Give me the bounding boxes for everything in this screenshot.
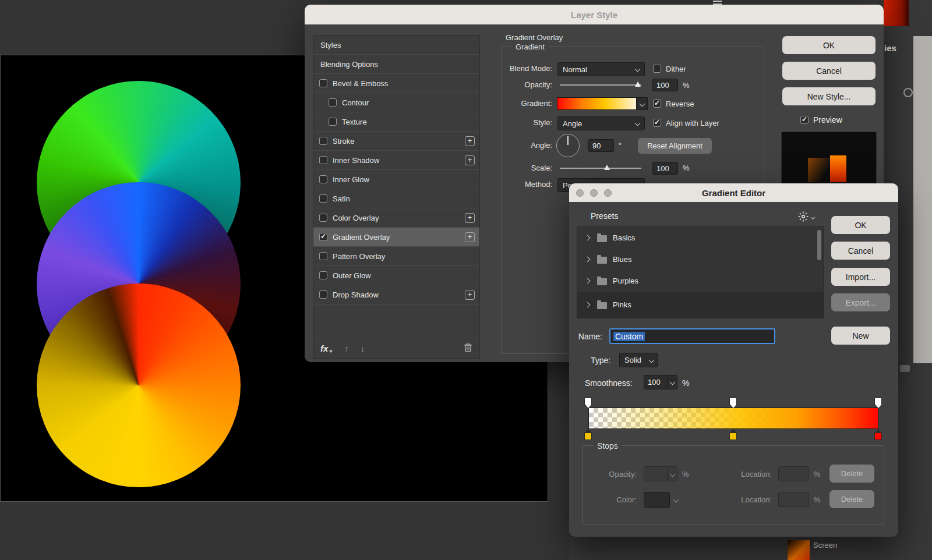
stop-color-swatch[interactable] (644, 492, 670, 508)
new-gradient-button[interactable]: New (831, 327, 890, 345)
layer-thumbnail[interactable] (788, 540, 810, 560)
opacity-input[interactable]: 100 (652, 79, 678, 91)
gradient-edit-strip[interactable] (588, 407, 878, 429)
stop-opacity-combo[interactable] (644, 466, 677, 481)
gradient-picker-chevron[interactable] (637, 97, 648, 110)
scale-slider-thumb[interactable] (604, 165, 610, 170)
opacity-stop-left[interactable] (584, 398, 592, 405)
bevel-checkbox[interactable] (319, 79, 327, 87)
list-item-bevel-emboss[interactable]: Bevel & Emboss (313, 74, 479, 93)
preset-folder-blues[interactable]: Blues (577, 249, 823, 270)
color-overlay-checkbox[interactable] (319, 214, 327, 222)
color-stop-right[interactable] (874, 433, 882, 440)
reverse-checkbox[interactable] (653, 100, 661, 108)
disclosure-chevron-icon[interactable] (585, 257, 591, 263)
presets-menu-chevron-icon[interactable] (811, 215, 815, 219)
contour-checkbox[interactable] (329, 98, 337, 107)
new-style-button[interactable]: New Style... (782, 87, 875, 105)
add-drop-shadow-button[interactable] (465, 290, 475, 300)
style-dropdown[interactable]: Angle (557, 116, 645, 130)
preset-folder-pinks[interactable]: Pinks (577, 292, 823, 318)
dither-checkbox[interactable] (653, 65, 661, 73)
drop-shadow-checkbox[interactable] (319, 290, 327, 299)
list-item-outer-glow[interactable]: Outer Glow (313, 266, 479, 285)
add-color-overlay-button[interactable] (465, 213, 475, 223)
satin-checkbox[interactable] (319, 194, 327, 203)
gradient-editor-titlebar[interactable]: Gradient Editor (569, 183, 898, 202)
libraries-tab-partial[interactable]: ies (884, 43, 896, 53)
list-item-pattern-overlay[interactable]: Pattern Overlay (313, 247, 479, 266)
export-button[interactable]: Export... (831, 293, 890, 311)
inner-glow-checkbox[interactable] (319, 175, 327, 183)
stop-color-location-input[interactable] (778, 492, 809, 507)
list-item-texture[interactable]: Texture (313, 112, 479, 132)
close-window-icon[interactable] (576, 189, 584, 197)
gradient-name-input[interactable]: Custom (609, 328, 775, 344)
layer-style-titlebar[interactable]: Layer Style (305, 5, 884, 24)
presets-label: Presets (591, 211, 618, 221)
stop-opacity-location-input[interactable] (778, 466, 809, 481)
presets-scrollbar[interactable] (817, 230, 821, 260)
disclosure-chevron-icon[interactable] (585, 235, 591, 241)
list-item-gradient-overlay[interactable]: Gradient Overlay (313, 228, 479, 247)
preset-folder-basics[interactable]: Basics (577, 227, 823, 249)
smoothness-label: Smoothness: (585, 378, 633, 388)
presets-gear-icon[interactable] (798, 211, 809, 224)
delete-color-stop-button[interactable]: Delete (829, 490, 874, 508)
zoom-window-icon[interactable] (604, 189, 612, 197)
stroke-checkbox[interactable] (319, 137, 327, 145)
texture-checkbox[interactable] (329, 118, 337, 126)
ok-button[interactable]: OK (782, 36, 875, 54)
minimize-window-icon[interactable] (590, 189, 598, 197)
opacity-slider-thumb[interactable] (635, 81, 641, 87)
list-item-inner-shadow[interactable]: Inner Shadow (313, 151, 479, 170)
pattern-overlay-checkbox[interactable] (319, 252, 327, 260)
reset-alignment-button[interactable]: Reset Alignment (638, 138, 712, 154)
color-stop-middle[interactable] (729, 433, 737, 440)
gradient-overlay-checkbox[interactable] (319, 233, 327, 241)
list-item-inner-glow[interactable]: Inner Glow (313, 170, 479, 189)
list-item-stroke[interactable]: Stroke (313, 132, 479, 151)
disclosure-chevron-icon[interactable] (585, 278, 591, 284)
inner-shadow-checkbox[interactable] (319, 156, 327, 164)
color-stop-left[interactable] (584, 433, 592, 440)
list-item-styles[interactable]: Styles (313, 36, 479, 55)
smoothness-combo[interactable]: 100 (644, 375, 677, 389)
angle-input[interactable]: 90 (588, 139, 614, 152)
opacity-slider[interactable] (560, 84, 641, 86)
fx-icon[interactable]: fx (320, 343, 328, 353)
cancel-button[interactable]: Cancel (782, 62, 875, 80)
list-item-contour[interactable]: Contour (313, 93, 479, 112)
panel-resize-nub[interactable] (900, 365, 910, 372)
align-with-layer-checkbox[interactable] (653, 119, 661, 127)
opacity-stop-middle[interactable] (729, 398, 737, 405)
delete-style-trash-icon[interactable] (464, 342, 472, 355)
import-button[interactable]: Import... (831, 268, 890, 286)
delete-opacity-stop-button[interactable]: Delete (829, 465, 874, 483)
blend-mode-dropdown[interactable]: Normal (557, 62, 645, 76)
angle-dial[interactable] (556, 134, 580, 157)
add-gradient-overlay-button[interactable] (465, 232, 475, 242)
list-item-color-overlay[interactable]: Color Overlay (313, 208, 479, 228)
preview-checkbox[interactable] (800, 116, 809, 124)
smoothness-chevron[interactable] (668, 375, 677, 389)
list-item-drop-shadow[interactable]: Drop Shadow (313, 285, 479, 304)
gradient-preview-strip[interactable] (557, 97, 637, 110)
disclosure-chevron-icon[interactable] (585, 302, 591, 308)
list-item-satin[interactable]: Satin (313, 189, 479, 208)
type-dropdown[interactable]: Solid (619, 353, 658, 367)
layers-panel-strip: Screen (569, 537, 932, 560)
stop-opacity-location-unit: % (814, 470, 821, 479)
preset-folder-purples[interactable]: Purples (577, 270, 823, 292)
styles-list: Styles Blending Options Bevel & Emboss C… (313, 35, 480, 359)
opacity-stop-right[interactable] (874, 398, 882, 405)
move-down-icon[interactable]: ↓ (361, 343, 365, 353)
outer-glow-checkbox[interactable] (319, 271, 327, 279)
move-up-icon[interactable]: ↑ (344, 343, 349, 353)
scale-slider[interactable] (560, 168, 641, 169)
editor-ok-button[interactable]: OK (831, 216, 890, 234)
list-item-blending-options[interactable]: Blending Options (313, 55, 479, 74)
scale-input[interactable]: 100 (652, 162, 678, 175)
editor-cancel-button[interactable]: Cancel (831, 242, 890, 260)
layers-blend-mode-value[interactable]: Screen (813, 541, 837, 550)
